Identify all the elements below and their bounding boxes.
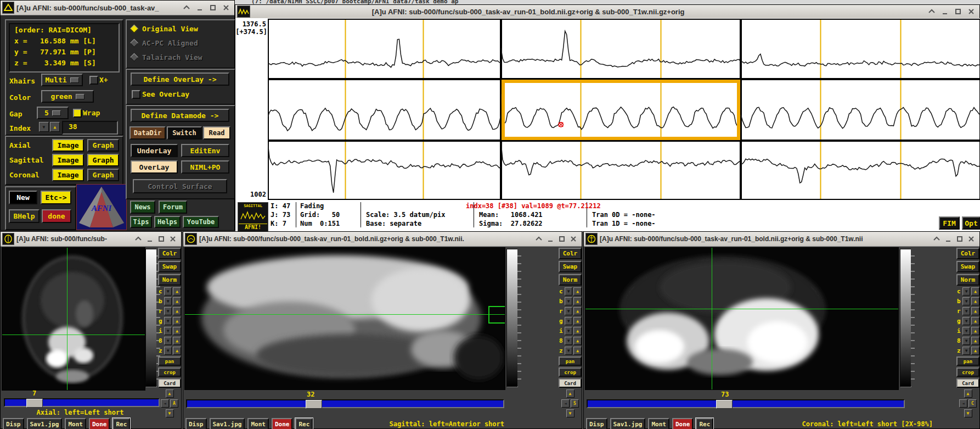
opt-button[interactable]: Opt — [962, 216, 980, 230]
shade-button[interactable] — [535, 235, 543, 243]
close-button[interactable] — [169, 235, 177, 243]
decrement-button[interactable]: ▼ — [164, 307, 172, 315]
close-button[interactable] — [967, 235, 975, 243]
news-button[interactable]: News — [130, 200, 155, 214]
rec-button[interactable]: Rec — [696, 418, 713, 429]
decrement-button[interactable]: ▼ — [962, 307, 971, 315]
slice-up-button[interactable]: ▲ — [964, 389, 972, 398]
nav-left-button[interactable]: ◄ — [959, 399, 967, 408]
minimize-button[interactable] — [941, 8, 949, 15]
decrement-button[interactable]: ▼ — [164, 337, 172, 345]
coronal-brain-image[interactable] — [585, 247, 899, 390]
decrement-button[interactable]: ▼ — [164, 317, 172, 325]
decrement-button[interactable]: ▼ — [565, 297, 573, 305]
index-increment-button[interactable]: ▲ — [50, 122, 60, 132]
increment-button[interactable]: ▲ — [173, 317, 181, 325]
save-jpg-button[interactable]: Sav1.jpg — [27, 418, 63, 429]
xhairs-menu[interactable]: Multi — [41, 74, 83, 86]
axial-slice-slider[interactable] — [4, 398, 160, 407]
pan-button[interactable]: pan — [956, 356, 979, 366]
norm-button[interactable]: Norm — [956, 274, 979, 286]
plane-letter[interactable]: C — [968, 399, 977, 408]
axial-titlebar[interactable]: [A]u AFNI: sub-000/func/sub- — [1, 232, 181, 247]
sagittal-slice-slider[interactable] — [186, 399, 504, 408]
increment-button[interactable]: ▲ — [573, 327, 582, 335]
norm-button[interactable]: Norm — [158, 274, 181, 286]
editenv-button[interactable]: EditEnv — [181, 144, 229, 157]
increment-button[interactable]: ▲ — [173, 287, 181, 296]
axial-brain-image[interactable] — [2, 247, 145, 391]
done-button[interactable]: Done — [272, 418, 293, 429]
decrement-button[interactable]: ▼ — [565, 307, 573, 315]
axial-image-button[interactable]: Image — [52, 139, 84, 152]
rec-button[interactable]: Rec — [295, 418, 313, 429]
coronal-image-button[interactable]: Image — [52, 169, 84, 181]
increment-button[interactable]: ▲ — [573, 347, 582, 355]
done-button[interactable]: Done — [672, 418, 694, 429]
card-button[interactable]: Card — [158, 378, 181, 388]
norm-button[interactable]: Norm — [559, 274, 582, 286]
sagittal-image-button[interactable]: Image — [52, 154, 84, 166]
pan-button[interactable]: pan — [559, 356, 582, 366]
colr-button[interactable]: Colr — [956, 248, 979, 259]
decrement-button[interactable]: ▼ — [962, 317, 971, 325]
maximize-button[interactable] — [954, 8, 962, 15]
datadir-button[interactable]: DataDir — [129, 126, 166, 140]
controller-titlebar[interactable]: [A]u AFNI: sub-000/func/sub-000_task-av_ — [1, 1, 234, 15]
helps-button[interactable]: Helps — [154, 216, 181, 228]
niml-po-button[interactable]: NIML+PO — [181, 160, 229, 174]
etc-button[interactable]: Etc-> — [41, 191, 71, 204]
decrement-button[interactable]: ▼ — [962, 337, 971, 345]
increment-button[interactable]: ▲ — [971, 327, 979, 335]
view-original[interactable]: Original View — [131, 25, 198, 33]
minimize-button[interactable] — [547, 235, 554, 243]
close-button[interactable] — [967, 8, 975, 15]
decrement-button[interactable]: ▼ — [565, 337, 573, 345]
see-overlay-checkbox[interactable] — [132, 90, 140, 99]
increment-button[interactable]: ▲ — [971, 307, 979, 315]
fim-button[interactable]: FIM — [939, 216, 960, 230]
colr-button[interactable]: Colr — [559, 248, 582, 259]
axial-graph-button[interactable]: Graph — [87, 139, 119, 152]
increment-button[interactable]: ▲ — [971, 297, 979, 305]
card-button[interactable]: Card — [956, 378, 979, 388]
slice-down-button[interactable]: ▼ — [166, 409, 174, 417]
increment-button[interactable]: ▲ — [573, 337, 582, 345]
increment-button[interactable]: ▲ — [573, 317, 582, 325]
disp-button[interactable]: Disp — [3, 418, 24, 429]
sagittal-titlebar[interactable]: [A]u AFNI: sub-000/func/sub-000_task-av_… — [183, 232, 582, 247]
minimize-button[interactable] — [146, 235, 154, 243]
graph-titlebar[interactable]: [A]u AFNI: sub-000/func/sub-000_task-av_… — [235, 5, 979, 19]
save-jpg-button[interactable]: Sav1.jpg — [210, 418, 245, 429]
decrement-button[interactable]: ▼ — [164, 287, 172, 296]
xplus-checkbox[interactable] — [89, 76, 98, 85]
disp-button[interactable]: Disp — [185, 418, 207, 429]
view-acpc[interactable]: AC-PC Aligned — [131, 39, 198, 47]
disp-button[interactable]: Disp — [586, 418, 607, 429]
card-button[interactable]: Card — [559, 378, 582, 388]
done-button[interactable]: Done — [89, 418, 110, 429]
slice-down-button[interactable]: ▼ — [566, 409, 575, 417]
sagittal-graph-button[interactable]: Graph — [87, 154, 119, 166]
slider-thumb[interactable] — [306, 400, 322, 409]
close-button[interactable] — [570, 235, 577, 243]
decrement-button[interactable]: ▼ — [962, 347, 971, 355]
slice-up-button[interactable]: ▲ — [166, 389, 174, 398]
gap-menu[interactable]: 5 — [37, 107, 69, 119]
decrement-button[interactable]: ▼ — [565, 347, 573, 355]
increment-button[interactable]: ▲ — [173, 297, 181, 305]
increment-button[interactable]: ▲ — [573, 287, 582, 296]
view-talairach[interactable]: Talairach View — [131, 53, 202, 62]
swap-button[interactable]: Swap — [158, 261, 181, 272]
crop-button[interactable]: crop — [158, 367, 181, 377]
coronal-slice-slider[interactable] — [587, 399, 905, 408]
decrement-button[interactable]: ▼ — [962, 297, 971, 305]
increment-button[interactable]: ▲ — [971, 317, 979, 325]
slider-thumb[interactable] — [716, 400, 733, 409]
color-menu[interactable]: green — [41, 90, 94, 103]
shade-button[interactable] — [183, 4, 190, 12]
increment-button[interactable]: ▲ — [971, 337, 979, 345]
define-datamode-button[interactable]: Define Datamode -> — [131, 109, 229, 122]
underlay-button[interactable]: UnderLay — [131, 144, 178, 157]
plane-letter[interactable]: A — [170, 399, 178, 408]
